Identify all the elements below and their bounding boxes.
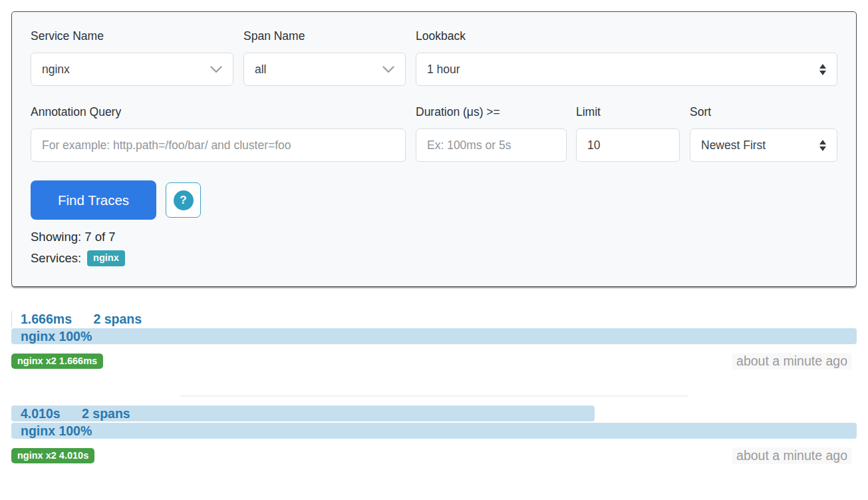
lookback-select[interactable]: 1 hour bbox=[416, 53, 837, 86]
span-name-value: all bbox=[255, 63, 267, 77]
sort-select[interactable]: Newest First bbox=[690, 128, 837, 162]
find-traces-button[interactable]: Find Traces bbox=[31, 180, 156, 220]
duration-label: Duration (μs) >= bbox=[416, 105, 567, 119]
trace-meta: nginx x2 4.010s about a minute ago bbox=[11, 447, 857, 465]
span-name-select[interactable]: all bbox=[243, 53, 406, 86]
lookback-field: Lookback 1 hour bbox=[416, 29, 837, 86]
service-name-select[interactable]: nginx bbox=[31, 53, 233, 86]
service-name-label: Service Name bbox=[31, 29, 233, 43]
search-actions: Find Traces ? bbox=[31, 180, 837, 220]
chevron-down-icon bbox=[210, 66, 222, 73]
service-bar-label: nginx 100% bbox=[21, 329, 92, 344]
trace-span-count: 2 spans bbox=[82, 406, 130, 421]
limit-input[interactable] bbox=[576, 128, 680, 162]
service-bar-label: nginx 100% bbox=[21, 423, 92, 438]
trace-header: 1.666ms 2 spans bbox=[11, 311, 857, 327]
help-button[interactable]: ? bbox=[166, 182, 201, 218]
services-row: Services: nginx bbox=[31, 250, 837, 266]
trace-meta: nginx x2 1.666ms about a minute ago bbox=[11, 353, 857, 370]
span-name-field: Span Name all bbox=[243, 29, 406, 86]
service-name-value: nginx bbox=[42, 63, 70, 77]
search-row-secondary: Annotation Query Duration (μs) >= Limit … bbox=[31, 105, 837, 162]
trace-service-bar: nginx 100% bbox=[11, 423, 857, 439]
annotation-query-label: Annotation Query bbox=[31, 105, 406, 119]
span-name-label: Span Name bbox=[243, 29, 406, 43]
trace-timestamp: about a minute ago bbox=[732, 353, 851, 370]
trace-duration: 1.666ms bbox=[21, 312, 72, 326]
trace-row[interactable]: 4.010s 2 spans nginx 100% nginx x2 4.010… bbox=[11, 405, 857, 465]
search-row-primary: Service Name nginx Span Name all bbox=[31, 29, 837, 86]
service-name-field: Service Name nginx bbox=[31, 29, 233, 86]
service-span-count-badge: nginx x2 1.666ms bbox=[11, 354, 103, 370]
duration-input[interactable] bbox=[416, 128, 567, 162]
lookback-value: 1 hour bbox=[427, 63, 460, 77]
trace-duration-bar bbox=[11, 311, 12, 327]
annotation-query-field: Annotation Query bbox=[31, 105, 406, 162]
chevron-down-icon bbox=[382, 66, 394, 73]
zipkin-search-page: Service Name nginx Span Name all bbox=[0, 11, 868, 465]
lookback-label: Lookback bbox=[416, 29, 837, 43]
select-arrows-icon bbox=[819, 140, 826, 151]
duration-field: Duration (μs) >= bbox=[416, 105, 567, 162]
annotation-query-input[interactable] bbox=[31, 128, 406, 162]
trace-row[interactable]: 1.666ms 2 spans nginx 100% nginx x2 1.66… bbox=[11, 311, 857, 370]
trace-header: 4.010s 2 spans bbox=[11, 405, 857, 421]
trace-search-panel: Service Name nginx Span Name all bbox=[11, 11, 857, 287]
trace-duration: 4.010s bbox=[21, 406, 61, 421]
sort-field: Sort Newest First bbox=[690, 105, 837, 162]
question-mark-icon: ? bbox=[174, 190, 194, 210]
sort-value: Newest First bbox=[701, 138, 766, 152]
sort-label: Sort bbox=[690, 105, 837, 119]
limit-field: Limit bbox=[576, 105, 680, 162]
limit-label: Limit bbox=[576, 105, 680, 119]
service-badge: nginx bbox=[87, 250, 125, 266]
trace-results: 1.666ms 2 spans nginx 100% nginx x2 1.66… bbox=[11, 311, 857, 465]
trace-service-bar: nginx 100% bbox=[11, 328, 857, 344]
results-count: Showing: 7 of 7 bbox=[31, 230, 837, 244]
trace-span-count: 2 spans bbox=[93, 312, 142, 326]
trace-divider bbox=[180, 395, 688, 397]
select-arrows-icon bbox=[819, 64, 826, 75]
service-span-count-badge: nginx x2 4.010s bbox=[11, 448, 94, 464]
services-label: Services: bbox=[31, 251, 81, 266]
trace-timestamp: about a minute ago bbox=[732, 447, 851, 464]
